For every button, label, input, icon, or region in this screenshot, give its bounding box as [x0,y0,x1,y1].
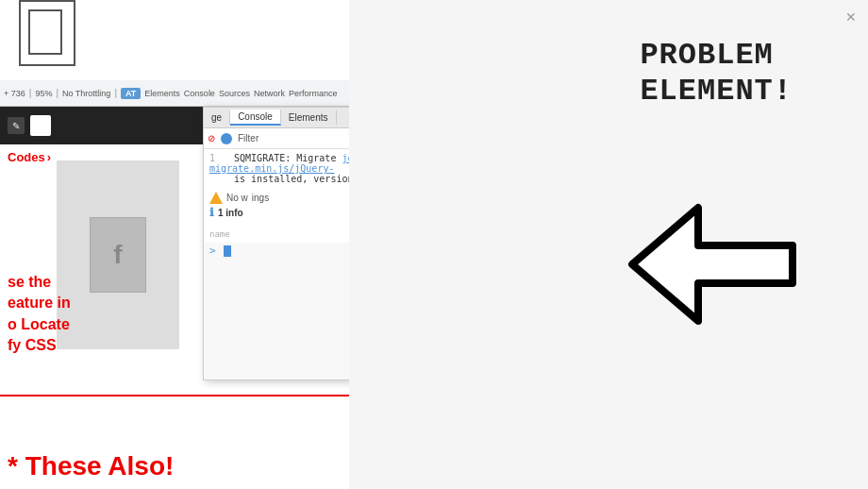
left-arrow-icon [623,189,811,340]
info-icon: ℹ [209,206,214,219]
toolbar-throttling: No Throttling [62,89,110,98]
devtools-name-row: name [204,225,349,243]
problem-heading-line2: ELEMENT! [640,74,793,110]
these-also-star: * [8,451,25,481]
nav-bar-button: ✎ [8,117,25,134]
line-number-1: 1 [209,153,223,163]
devtools-line1-text: SQMIGRATE: Migrate jquery-migrate.min.js… [209,153,349,174]
info-count: 1 info [218,208,243,218]
red-text-line4: fy CSS [8,335,71,356]
nav-bar-white-box [30,115,51,136]
right-panel: PROBLEM ELEMENT! ✕ [349,0,868,489]
red-text-line2: eature in [8,293,71,313]
toolbar-tab-elements[interactable]: Elements [144,89,180,98]
toolbar-separator: | [29,88,32,98]
mockup-letter: f [113,240,122,270]
these-also-heading: * These Also! [8,451,174,481]
chevron-right-icon: › [47,150,51,164]
devtools-filter-input[interactable]: Filter [238,133,349,143]
problem-heading-line1: PROBLEM [640,38,793,74]
problem-element-heading: PROBLEM ELEMENT! [640,38,793,110]
error-row-info: ℹ 1 info [209,206,349,219]
browser-nav-bar: ✎ [0,107,203,144]
devtools-console-output: 1 SQMIGRATE: Migrate jquery-migrate.min.… [204,149,349,188]
toolbar-zoom: 95% [35,89,52,98]
toolbar-tab-performance[interactable]: Performance [289,89,338,98]
devtools-clear-icon[interactable]: ⊘ [208,133,215,143]
center-mockup-inner: f [90,217,146,293]
devtools-tabs: ge Console Elements [204,108,349,128]
error-row-warnings: No w ings [209,192,349,204]
devtools-tab-elements[interactable]: Elements [281,110,337,125]
red-text-line3: o Locate [8,314,71,335]
devtools-line1: 1 SQMIGRATE: Migrate jquery-migrate.min.… [209,153,349,174]
svg-marker-0 [632,208,793,321]
filter-circle-icon [221,133,232,144]
arrow-container [623,189,811,344]
red-text-block: se the eature in o Locate fy CSS [0,264,78,364]
left-panel: + 736 | 95% | No Throttling | AT Element… [0,0,349,489]
devtools-line2: is installed, version 1.4.1 [209,174,349,184]
toolbar-sep2: | [56,88,58,98]
pencil-icon: ✎ [12,121,20,131]
toolbar-tab-network[interactable]: Network [254,89,285,98]
devtools-prompt[interactable]: > [204,243,349,259]
left-bottom-section: * These Also! [0,396,349,489]
warning-triangle-icon [209,192,223,204]
toolbar-sep3: | [114,88,117,98]
devtools-line2-text: is installed, version 1.4.1 [234,174,349,184]
devtools-tab-console[interactable]: Console [230,110,281,126]
mockup-thumbnail [19,0,75,66]
toolbar-url: + 736 [4,89,25,98]
devtools-panel: ge Console Elements ⊘ Filter Default lev… [203,107,349,380]
red-text-line1: se the [8,272,71,293]
close-button[interactable]: ✕ [842,8,860,26]
warnings-suffix: ings [252,193,269,203]
mockup-inner [28,9,62,55]
toolbar-at-badge: AT [121,88,141,99]
no-warnings-text: No w [226,193,248,203]
browser-toolbar: + 736 | 95% | No Throttling | AT Element… [0,80,349,107]
bottom-heading: * These Also! [0,444,181,489]
devtools-errors: No w ings ℹ 1 info [204,188,349,225]
devtools-tab-page[interactable]: ge [204,110,230,125]
toolbar-tab-console[interactable]: Console [184,89,215,98]
devtools-name-label: name [209,229,230,239]
devtools-filter-bar: ⊘ Filter Default level [204,128,349,149]
toolbar-tab-sources[interactable]: Sources [219,89,250,98]
codes-label: Codes [8,150,45,164]
devtools-cursor [224,245,231,257]
codes-link[interactable]: Codes › [0,146,58,168]
left-top-section: + 736 | 95% | No Throttling | AT Element… [0,0,349,396]
